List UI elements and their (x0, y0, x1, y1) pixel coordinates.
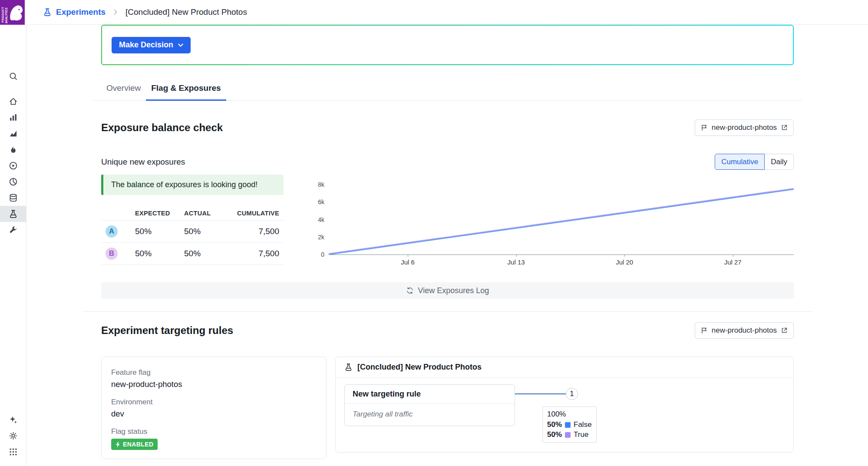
bar-chart-icon (9, 113, 18, 122)
x-axis-tick (408, 254, 408, 257)
sidebar-bottom-group (0, 412, 26, 466)
view-exposures-log-label: View Exposures Log (418, 286, 489, 295)
y-axis-tick-label: 8k (318, 181, 324, 188)
flag-status-value: ENABLED (123, 441, 153, 448)
make-decision-label: Make Decision (119, 40, 173, 50)
breadcrumb-separator-icon (110, 9, 121, 15)
exposure-section-header: Exposure balance check new-product-photo… (101, 119, 794, 136)
sidebar-item-experiments[interactable] (0, 206, 26, 222)
sidebar-item-search[interactable] (0, 68, 26, 84)
variant-true-label: True (574, 430, 588, 439)
app-logo[interactable]: PRODUCT ANALYTICS (0, 0, 25, 25)
sidebar-item-toolbar[interactable] (0, 222, 26, 238)
sidebar-item-session-replay[interactable] (0, 158, 26, 174)
variant-true-pct: 50% (547, 430, 562, 439)
header-cumulative: CUMULATIVE (227, 210, 284, 217)
rollout-variant-true: 50% True (547, 430, 592, 439)
x-axis-tick-label: Jul 13 (508, 258, 525, 266)
rollout-total: 100% (547, 410, 592, 419)
wrench-icon (9, 225, 18, 235)
grid-icon (9, 447, 18, 456)
main-content: Make Decision Overview Flag & Exposures … (26, 25, 868, 466)
external-link-icon (781, 327, 788, 334)
x-axis-tick-label: Jul 20 (616, 258, 633, 266)
rollout-box: 100% 50% False 50% True (542, 407, 597, 443)
flag-status-label: Flag status (111, 427, 317, 436)
gear-icon (9, 431, 18, 440)
view-exposures-log-button[interactable]: View Exposures Log (101, 282, 794, 299)
exposure-section-title: Exposure balance check (101, 122, 223, 134)
y-axis-tick-label: 4k (318, 216, 324, 223)
variant-false-swatch (565, 422, 571, 428)
search-icon (9, 72, 18, 81)
variant-b-avatar: B (106, 248, 118, 260)
rule-description: Targeting all traffic (345, 404, 515, 426)
logo-text-line1: PRODUCT (1, 7, 4, 22)
targeting-cards: Feature flag new-product-photos Environm… (101, 357, 794, 459)
flag-icon (701, 327, 708, 334)
sidebar (0, 25, 26, 466)
make-decision-button[interactable]: Make Decision (112, 37, 191, 53)
variant-b-expected: 50% (135, 249, 184, 258)
table-row-variant-a: A 50% 50% 7,500 (101, 221, 284, 243)
sparkle-icon (9, 415, 18, 424)
sidebar-item-settings[interactable] (0, 428, 26, 444)
database-icon (9, 193, 18, 202)
hedgehog-logo-icon: PRODUCT ANALYTICS (0, 0, 25, 25)
tab-flag-exposures[interactable]: Flag & Exposures (146, 77, 226, 101)
flame-icon (9, 145, 18, 154)
targeting-section-header: Experiment targeting rules new-product-p… (101, 322, 794, 339)
top-bar: PRODUCT ANALYTICS Experiments [Concluded… (0, 0, 868, 25)
sidebar-item-activity[interactable] (0, 142, 26, 158)
variant-a-avatar: A (106, 225, 118, 238)
exposure-body: The balance of exposures is looking good… (101, 175, 794, 265)
variant-a-cumulative: 7,500 (227, 227, 284, 236)
variant-false-label: False (574, 420, 592, 429)
feature-flag-link-button-2[interactable]: new-product-photos (695, 322, 794, 339)
play-circle-icon (9, 161, 18, 170)
sidebar-item-ai-assistant[interactable] (0, 412, 26, 428)
x-axis-tick (624, 254, 625, 257)
toggle-cumulative[interactable]: Cumulative (715, 154, 765, 170)
variant-false-pct: 50% (547, 420, 562, 429)
sidebar-item-apps[interactable] (0, 444, 26, 460)
rule-title: New targeting rule (345, 385, 515, 404)
area-chart-icon (9, 129, 18, 138)
exposures-subheader: Unique new exposures Cumulative Daily (101, 154, 794, 170)
logo-text-line2: ANALYTICS (5, 7, 8, 23)
feature-flag-link-label-2: new-product-photos (712, 326, 777, 335)
targeting-section-title: Experiment targeting rules (101, 324, 233, 337)
flag-enabled-badge: ENABLED (111, 439, 158, 450)
experiments-flask-icon (43, 8, 52, 17)
breadcrumb: Experiments [Concluded] New Product Phot… (43, 7, 247, 17)
environment-value: dev (111, 409, 317, 419)
variant-true-swatch (565, 432, 571, 438)
flask-icon (9, 209, 18, 218)
tab-overview[interactable]: Overview (101, 77, 146, 100)
rule-connector-line (515, 393, 566, 394)
rule-number-node: 1 (566, 388, 578, 400)
feature-flag-link-button[interactable]: new-product-photos (695, 119, 794, 136)
feature-flag-value: new-product-photos (111, 380, 317, 389)
exposure-summary-column: The balance of exposures is looking good… (101, 175, 284, 265)
exposure-chart: 8k6k4k2k0 Jul 6Jul 13Jul 20Jul 27 (313, 175, 794, 265)
exposure-chart-ylabels: 8k6k4k2k0 (313, 185, 329, 255)
sidebar-item-trends[interactable] (0, 126, 26, 142)
sidebar-item-home[interactable] (0, 93, 26, 109)
sidebar-item-insights[interactable] (0, 174, 26, 190)
toggle-daily[interactable]: Daily (765, 154, 794, 170)
refresh-icon (406, 287, 414, 294)
targeting-rule-card: New targeting rule Targeting all traffic (344, 384, 515, 426)
flag-card-header: [Concluded] New Product Photos (336, 357, 793, 378)
breadcrumb-experiments-link[interactable]: Experiments (56, 7, 106, 17)
breadcrumb-page-title: [Concluded] New Product Photos (125, 7, 247, 17)
sidebar-item-data-warehouse[interactable] (0, 190, 26, 206)
exposure-chart-plot: Jul 6Jul 13Jul 20Jul 27 (329, 185, 794, 255)
rollout-variant-false: 50% False (547, 420, 592, 429)
external-link-icon (781, 124, 788, 131)
sidebar-item-dashboards[interactable] (0, 109, 26, 126)
variant-b-actual: 50% (184, 249, 227, 258)
y-axis-tick-label: 0 (321, 251, 324, 258)
exposure-table-header: EXPECTED ACTUAL CUMULATIVE (101, 206, 284, 221)
flask-icon (344, 363, 353, 371)
